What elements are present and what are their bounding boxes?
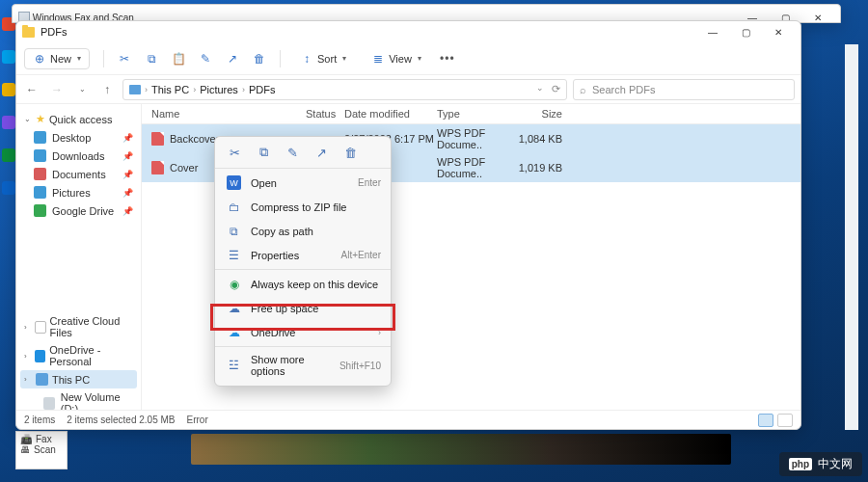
menu-always-keep[interactable]: ◉ Always keep on this device [215,272,391,296]
file-explorer-window: PDFs ― ▢ ✕ ⊕ New ▾ ✂ ⧉ 📋 ✎ ↗ 🗑 ↕ Sort [15,20,801,430]
sidebar-item-pictures[interactable]: Pictures📌 [20,183,137,201]
sidebar-item-documents[interactable]: Documents📌 [20,165,137,183]
up-button[interactable]: ↑ [97,83,117,96]
pin-icon: 📌 [122,188,133,198]
sidebar-item-volume-d[interactable]: New Volume (D:) [20,388,137,410]
refresh-icon[interactable]: ⟳ [552,83,560,95]
menu-onedrive[interactable]: ☁ OneDrive › [215,320,391,344]
recents-button[interactable]: ⌄ [72,85,92,94]
sidebar-item-label: This PC [52,374,90,386]
fax-icon: 📠 [20,434,32,444]
rename-icon[interactable]: ✎ [199,52,212,66]
copy-icon[interactable]: ⧉ [256,145,271,160]
sidebar-item-desktop[interactable]: Desktop📌 [20,128,137,147]
maximize-button[interactable]: ▢ [729,21,762,42]
delete-icon[interactable]: 🗑 [342,145,358,160]
watermark: php 中文网 [779,452,862,476]
cut-icon[interactable]: ✂ [227,145,242,160]
back-button[interactable]: ← [22,83,41,96]
menu-show-more-options[interactable]: ☳ Show more options Shift+F10 [215,349,391,382]
search-box[interactable]: ⌕ Search PDFs [573,79,795,100]
col-status[interactable]: Status [306,108,344,120]
titlebar[interactable]: PDFs ― ▢ ✕ [16,21,800,42]
sidebar-item-label: Google Drive [52,205,114,217]
chevron-right-icon: › [242,85,245,94]
quick-access-label: Quick access [49,114,112,125]
file-size: 1,019 KB [514,162,572,174]
sidebar-item-this-pc[interactable]: ›This PC [20,370,137,388]
forward-button[interactable]: → [47,83,67,96]
col-type[interactable]: Type [437,108,514,120]
drive-icon [34,204,46,217]
chevron-right-icon: › [24,323,31,332]
scan-label[interactable]: Scan [34,444,56,455]
chevron-right-icon: › [145,85,148,94]
menu-label: Properties [251,250,332,261]
breadcrumb-seg[interactable]: PDFs [249,84,276,95]
navigation-row: ← → ⌄ ↑ › This PC › Pictures › PDFs ⌄ ⟳ … [16,75,800,104]
view-label: View [389,53,412,65]
search-placeholder: Search PDFs [592,84,655,95]
menu-separator [215,269,391,270]
menu-free-up-space[interactable]: ☁ Free up space [215,296,391,320]
rename-icon[interactable]: ✎ [285,145,300,160]
col-date[interactable]: Date modified [344,108,437,120]
file-name: Cover [170,162,198,174]
onedrive-icon [35,350,45,362]
menu-open[interactable]: W Open Enter [215,171,391,195]
details-view-button[interactable] [758,414,773,427]
chevron-right-icon: › [24,352,31,361]
share-icon[interactable]: ↗ [313,145,329,160]
desktop-icon [34,131,46,144]
menu-copy-as-path[interactable]: ⧉ Copy as path [215,219,391,243]
address-bar[interactable]: › This PC › Pictures › PDFs ⌄ ⟳ [122,79,567,100]
zip-icon: 🗀 [227,200,241,214]
menu-label: OneDrive [251,327,368,338]
pin-icon: 📌 [122,170,133,179]
status-selection: 2 items selected 2.05 MB [67,415,175,425]
paste-icon[interactable]: 📋 [172,52,185,66]
sort-label: Sort [317,53,337,65]
sidebar-item-label: Downloads [52,150,104,162]
close-button[interactable]: ✕ [762,21,795,42]
col-size[interactable]: Size [514,108,572,120]
sidebar-item-label: Documents [52,169,106,180]
sidebar-item-downloads[interactable]: Downloads📌 [20,147,137,165]
sidebar-item-creative-cloud[interactable]: ›Creative Cloud Files [20,312,137,341]
breadcrumb-seg[interactable]: This PC [151,84,189,95]
new-label: New [50,53,71,65]
menu-label: Open [251,177,348,189]
background-photo-strip [191,434,731,465]
fax-label[interactable]: Fax [36,434,52,444]
menu-compress-zip[interactable]: 🗀 Compress to ZIP file [215,195,391,219]
sidebar-item-google-drive[interactable]: Google Drive📌 [20,201,137,220]
chevron-down-icon: ▾ [77,54,81,63]
cut-icon[interactable]: ✂ [118,52,131,66]
sidebar-item-label: OneDrive - Personal [49,344,133,367]
col-name[interactable]: Name [151,108,306,120]
menu-label: Always keep on this device [251,279,381,290]
star-icon: ★ [36,113,45,125]
quick-access[interactable]: ⌄ ★ Quick access [20,110,137,128]
view-icon: ≣ [371,52,385,66]
menu-shortcut: Shift+F10 [339,361,381,371]
background-window-edge [845,44,858,430]
copy-icon[interactable]: ⧉ [145,52,158,66]
close-icon[interactable]: ✕ [801,7,834,28]
delete-icon[interactable]: 🗑 [253,52,266,66]
view-button[interactable]: ≣ View ▾ [366,49,427,68]
share-icon[interactable]: ↗ [226,52,239,66]
breadcrumb-seg[interactable]: Pictures [200,84,238,95]
minimize-button[interactable]: ― [696,21,729,42]
cloud-icon: ☁ [227,301,241,315]
tiles-view-button[interactable] [777,414,793,427]
sidebar-item-onedrive[interactable]: ›OneDrive - Personal [20,341,137,370]
column-headers[interactable]: Name Status Date modified Type Size [142,104,800,124]
status-bar: 2 items 2 items selected 2.05 MB Error [16,410,800,429]
separator [103,50,104,67]
new-button[interactable]: ⊕ New ▾ [24,48,90,69]
menu-properties[interactable]: ☰ Properties Alt+Enter [215,243,391,267]
more-icon[interactable]: ••• [441,52,454,66]
sort-button[interactable]: ↕ Sort ▾ [294,49,352,68]
dropdown-icon[interactable]: ⌄ [536,83,544,95]
